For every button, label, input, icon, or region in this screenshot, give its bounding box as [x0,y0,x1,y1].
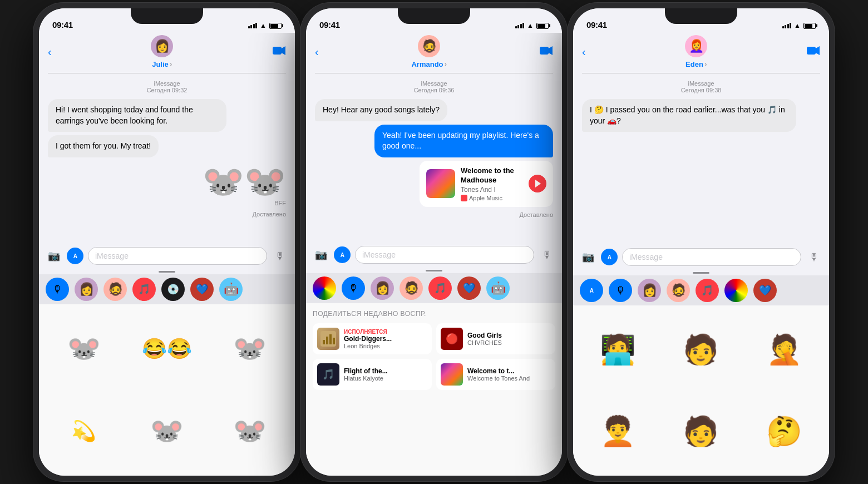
video-button-1[interactable] [273,46,286,58]
video-button-2[interactable] [540,46,553,58]
tray-memoji-2[interactable]: 👩 [371,276,394,300]
message-input-3[interactable]: iMessage [622,248,801,266]
sticker-3[interactable]: 🐭 [211,310,289,388]
tray-indicator-3 [693,272,709,274]
music-card: Welcome to the Madhouse Tones And I Appl… [420,161,553,207]
tray-heart-1[interactable]: 💙 [190,278,214,301]
wifi-icon-2: ▲ [527,22,534,29]
battery-icon-1 [269,23,282,29]
tray-heart-3[interactable]: 💙 [753,279,777,302]
tray-rainbow-3[interactable] [724,279,748,302]
app-store-button-1[interactable]: A [67,248,83,264]
sticker-area-1: 🐭🐭 BFF [203,165,286,206]
back-button-3[interactable]: ‹ [582,47,586,57]
contact-center-3: 👩‍🦰 Eden [685,35,707,68]
tray-soundbite-1[interactable]: 🎙 [46,278,69,301]
app-tray-2: 🎙 👩 🧔 🎵 💙 🤖 [306,273,562,303]
input-bar-3: 📷 A iMessage 🎙 [573,244,829,270]
recently-item-3[interactable]: 🎵 Flight of the... Hiatus Kaiyote [313,359,432,390]
sticker-1[interactable]: 🐭 [45,310,123,388]
tray-music-1[interactable]: 🎵 [132,278,156,301]
tray-soundbite-3[interactable]: 🎙 [609,279,632,302]
phone-2: 09:41 ▲ ‹ 🧔 Armando [300,3,568,481]
camera-button-2[interactable]: 📷 [313,246,329,263]
signal-icon-2 [515,23,525,28]
avatar-armando: 🧔 [418,35,440,57]
mic-button-2[interactable]: 🎙 [539,246,555,263]
memoji-1[interactable]: 🧑‍💻 [578,310,658,389]
recently-item-2[interactable]: 🔴 Good Girls CHVRCHES [436,323,555,354]
wifi-icon-1: ▲ [260,22,267,29]
tray-music-2[interactable]: 🎵 [428,276,452,300]
recently-info-4: Welcome to t... Welcome to Tones And [467,367,551,382]
tray-robot-2[interactable]: 🤖 [486,276,510,300]
recently-item-4[interactable]: Welcome to t... Welcome to Tones And [436,359,555,390]
contact-name-2[interactable]: Armando [411,60,447,68]
sticker-2[interactable]: 😂😂 [127,310,206,388]
input-bar-2: 📷 A iMessage 🎙 [306,241,562,268]
memoji-2[interactable]: 🧑 [660,310,741,389]
tray-memoji-3[interactable]: 👩 [638,279,661,302]
bubble-3: Hey! Hear any good songs lately? [315,99,447,121]
tray-robot-1[interactable]: 🤖 [219,278,243,301]
bubble-5: I 🤔 I passed you on the road earlier...w… [582,99,796,132]
sticker-4[interactable]: 💫 [45,392,123,470]
tray-soundbite-2[interactable]: 🎙 [342,276,365,300]
recently-info-3: Flight of the... Hiatus Kaiyote [344,367,427,382]
app-store-button-3[interactable]: A [601,249,618,265]
contact-name-3[interactable]: Eden [685,60,707,68]
phone-3: 09:41 ▲ ‹ 👩‍🦰 Eden [568,3,835,481]
tray-heart-2[interactable]: 💙 [457,276,481,300]
memoji-3[interactable]: 🤦 [744,310,825,389]
svg-rect-7 [329,334,332,344]
sticker-5[interactable]: 🐭 [127,392,206,470]
video-button-3[interactable] [807,46,820,58]
memoji-5[interactable]: 🧑 [660,392,741,471]
phone-screen-2: 09:41 ▲ ‹ 🧔 Armando [306,8,562,476]
mic-button-1[interactable]: 🎙 [272,248,288,264]
tray-rainbow-2[interactable] [313,276,336,300]
recently-info-1: ИСПОЛНЯЕТСЯ Gold-Diggers... Leon Bridges [344,329,427,349]
delivered-label-2: Доставлено [315,211,553,218]
tray-memoji2-1[interactable]: 🧔 [103,278,127,301]
svg-rect-0 [273,47,282,55]
wifi-icon-3: ▲ [794,22,801,29]
tray-memoji2-3[interactable]: 🧔 [667,279,690,302]
memoji-6[interactable]: 🤔 [744,392,825,471]
contact-center-2: 🧔 Armando [411,35,447,68]
notch-2 [398,8,470,24]
tray-music-3[interactable]: 🎵 [696,279,719,302]
svg-marker-10 [816,46,820,55]
play-button[interactable] [529,175,546,192]
tray-vinyl-1[interactable]: 💿 [161,278,185,301]
music-card-inner: Welcome to the Madhouse Tones And I Appl… [420,161,553,207]
status-time-2: 09:41 [319,20,340,29]
svg-rect-2 [540,47,549,55]
battery-icon-2 [536,23,549,29]
mic-button-3[interactable]: 🎙 [806,249,822,265]
back-button-1[interactable]: ‹ [48,47,52,57]
music-artist: Tones And I [461,186,523,194]
camera-button-1[interactable]: 📷 [46,248,62,264]
tray-memoji2-2[interactable]: 🧔 [400,276,423,300]
music-title: Welcome to the Madhouse [461,166,523,185]
back-button-2[interactable]: ‹ [315,47,319,57]
message-input-1[interactable]: iMessage [88,247,267,265]
tray-memoji-1[interactable]: 👩 [75,278,98,301]
recently-artist-2: CHVRCHES [467,339,551,346]
contact-name-1[interactable]: Julie [152,60,172,68]
tray-appstore-3[interactable]: A [580,279,603,302]
app-store-button-2[interactable]: A [334,246,351,263]
sticker-6[interactable]: 🐭 [211,392,289,470]
memoji-4[interactable]: 🧑‍🦱 [578,392,658,471]
bubble-4: Yeah! I've been updating my playlist. He… [374,125,553,157]
recently-artist-1: Leon Bridges [344,343,427,349]
playing-badge: ИСПОЛНЯЕТСЯ [344,329,427,335]
recently-item-1[interactable]: ИСПОЛНЯЕТСЯ Gold-Diggers... Leon Bridges [313,323,432,354]
contact-center-1: 👩 Julie [151,35,173,68]
recently-name-4: Welcome to t... [467,367,551,375]
message-input-2[interactable]: iMessage [355,246,534,264]
recently-name-3: Flight of the... [344,367,427,375]
app-tray-3: A 🎙 👩 🧔 🎵 💙 [573,275,829,305]
camera-button-3[interactable]: 📷 [580,249,596,265]
